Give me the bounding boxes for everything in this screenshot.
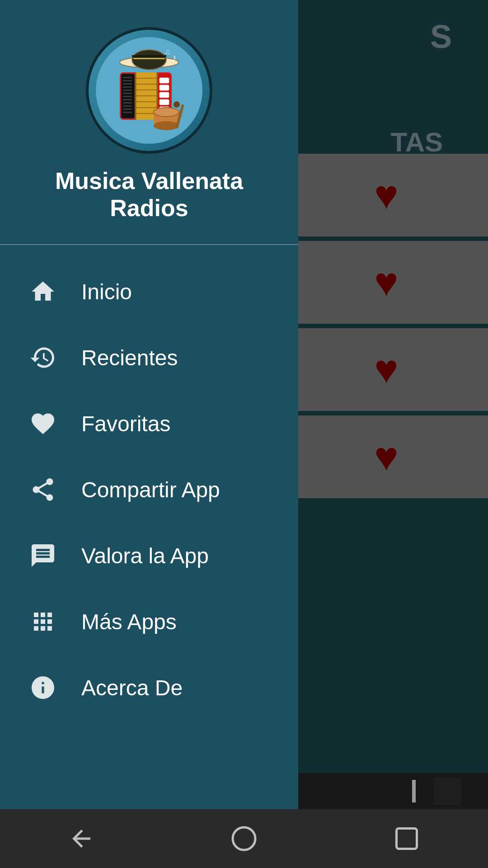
- svg-text:♫: ♫: [165, 48, 170, 56]
- app-logo: ♪ ♫: [86, 27, 212, 154]
- circle-icon: [230, 825, 258, 852]
- svg-rect-15: [123, 93, 132, 94]
- svg-rect-21: [123, 112, 132, 113]
- menu-item-acerca[interactable]: Acerca De: [0, 655, 298, 721]
- svg-point-40: [154, 121, 179, 130]
- back-icon: [68, 825, 95, 852]
- svg-rect-34: [160, 85, 169, 90]
- svg-rect-13: [123, 86, 132, 88]
- svg-rect-35: [160, 92, 169, 98]
- svg-rect-18: [123, 102, 132, 104]
- svg-rect-33: [160, 78, 169, 83]
- menu-label-favoritas: Favoritas: [81, 411, 170, 436]
- svg-rect-36: [160, 99, 169, 105]
- svg-rect-19: [123, 105, 132, 107]
- svg-rect-45: [397, 829, 417, 849]
- svg-text:♪: ♪: [172, 52, 177, 63]
- home-icon: [27, 276, 59, 307]
- menu-item-compartir[interactable]: Compartir App: [0, 457, 298, 523]
- menu-item-valora[interactable]: Valora la App: [0, 523, 298, 589]
- svg-rect-4: [133, 58, 165, 59]
- square-icon: [393, 825, 420, 852]
- drawer-menu: Inicio Recientes Favoritas: [0, 245, 298, 814]
- accordion-svg: ♪ ♫: [95, 36, 203, 145]
- drawer-app-title: Musica Vallenata Radios: [14, 167, 285, 222]
- menu-label-acerca: Acerca De: [81, 675, 183, 700]
- info-icon: [27, 672, 59, 703]
- navigation-bar: [0, 809, 488, 868]
- menu-item-favoritas[interactable]: Favoritas: [0, 391, 298, 457]
- menu-item-mas-apps[interactable]: Más Apps: [0, 589, 298, 655]
- svg-rect-10: [123, 77, 132, 78]
- svg-rect-11: [123, 80, 132, 81]
- heart-icon: [27, 408, 59, 439]
- svg-point-43: [174, 101, 180, 108]
- svg-rect-16: [123, 96, 132, 97]
- rate-icon: [27, 540, 59, 571]
- home-button[interactable]: [217, 821, 271, 857]
- svg-point-41: [154, 108, 179, 117]
- share-icon: [27, 474, 59, 505]
- apps-icon: [27, 606, 59, 637]
- svg-point-44: [233, 827, 255, 850]
- svg-rect-3: [132, 55, 166, 57]
- svg-rect-14: [123, 90, 132, 91]
- menu-label-inicio: Inicio: [81, 279, 132, 304]
- navigation-drawer: ♪ ♫: [0, 0, 298, 814]
- menu-label-valora: Valora la App: [81, 543, 209, 568]
- recents-button[interactable]: [380, 821, 434, 857]
- menu-label-mas-apps: Más Apps: [81, 609, 177, 634]
- drawer-header: ♪ ♫: [0, 0, 298, 245]
- menu-label-compartir: Compartir App: [81, 477, 220, 502]
- back-button[interactable]: [54, 821, 108, 857]
- menu-item-inicio[interactable]: Inicio: [0, 259, 298, 325]
- svg-rect-17: [123, 99, 132, 100]
- history-icon: [27, 342, 59, 373]
- svg-point-2: [132, 50, 166, 70]
- menu-item-recientes[interactable]: Recientes: [0, 325, 298, 391]
- svg-rect-20: [123, 108, 132, 110]
- svg-rect-12: [123, 83, 132, 85]
- menu-label-recientes: Recientes: [81, 345, 178, 370]
